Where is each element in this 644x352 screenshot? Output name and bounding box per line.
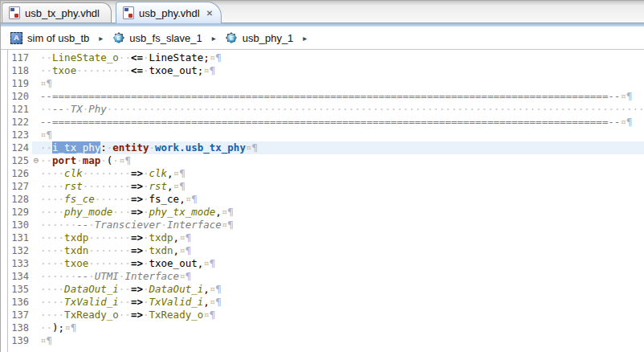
- code-line[interactable]: 130······--·Transciever·Interface¤¶: [8, 219, 644, 231]
- line-number: 125: [8, 154, 32, 167]
- code-line[interactable]: 123¤¶: [8, 129, 644, 141]
- breadcrumb-item-usb-fs-slave-1[interactable]: E usb_fs_slave_1: [109, 31, 205, 46]
- fold-column: [32, 257, 40, 270]
- code-line[interactable]: 129····phy_mode···=>·phy_tx_mode,¤¶: [8, 206, 644, 219]
- code-text[interactable]: --======================================…: [40, 116, 644, 129]
- fold-column: [32, 309, 40, 321]
- annotation-ruler[interactable]: [1, 50, 8, 352]
- breadcrumb-item-sim-of-usb-tb[interactable]: A sim of usb_tb: [7, 31, 92, 46]
- tab-label: usb_tx_phy.vhdl: [25, 7, 100, 19]
- code-line[interactable]: 126····clk········=>·clk,¤¶: [8, 167, 644, 180]
- code-text[interactable]: ··);¤¶: [40, 321, 644, 334]
- line-number: 131: [8, 231, 32, 244]
- line-number: 124: [8, 141, 32, 154]
- code-line[interactable]: 127····rst········=>·rst,¤¶: [8, 180, 644, 193]
- fold-column: [32, 129, 40, 141]
- ide-window: usb_tx_phy.vhdl usb_phy.vhdl ✕ A sim of …: [0, 0, 644, 352]
- code-text[interactable]: ····rst········=>·rst,¤¶: [40, 180, 644, 193]
- code-text[interactable]: ····phy_mode···=>·phy_tx_mode,¤¶: [40, 206, 644, 219]
- code-line[interactable]: 134······--·UTMI·Interface¤¶: [8, 270, 644, 283]
- code-text[interactable]: ····clk········=>·clk,¤¶: [40, 167, 644, 180]
- fold-collapse-icon[interactable]: ⊖: [32, 154, 40, 167]
- fold-column: [32, 103, 40, 116]
- code-line[interactable]: 117··LineState_o··<=·LineState;¤¶: [8, 51, 644, 64]
- code-text[interactable]: ··txoe·········<=·txoe_out;¤¶: [40, 64, 644, 77]
- code-text[interactable]: ¤¶: [40, 129, 644, 141]
- line-number: 135: [8, 283, 32, 296]
- code-line[interactable]: 133····txoe·······=>·txoe_out,¤¶: [8, 257, 644, 270]
- fold-column: [32, 193, 40, 206]
- code-text[interactable]: ··i_tx_phy:·entity·work.usb_tx_phy¤¶: [40, 141, 644, 154]
- code-text[interactable]: ····fs_ce······=>·fs_ce,¤¶: [40, 193, 644, 206]
- code-text[interactable]: --======================================…: [40, 90, 644, 103]
- fold-column: [32, 231, 40, 244]
- code-line[interactable]: 128····fs_ce······=>·fs_ce,¤¶: [8, 193, 644, 206]
- code-line[interactable]: 120--===================================…: [8, 90, 644, 103]
- breadcrumb: A sim of usb_tb ▸ E usb_fs_slave_1 ▸ E u…: [1, 27, 644, 50]
- code-line[interactable]: 119¤¶: [8, 77, 644, 90]
- line-number: 123: [8, 129, 32, 141]
- code-line[interactable]: 118··txoe·········<=·txoe_out;¤¶: [8, 64, 644, 77]
- breadcrumb-label: usb_fs_slave_1: [129, 32, 202, 44]
- code-text[interactable]: ······--·UTMI·Interface¤¶: [40, 270, 644, 283]
- code-text[interactable]: ¤¶: [40, 77, 644, 90]
- line-number: 119: [8, 77, 32, 90]
- breadcrumb-item-usb-phy-1[interactable]: E usb_phy_1: [222, 31, 297, 46]
- code-line[interactable]: 124··i_tx_phy:·entity·work.usb_tx_phy¤¶: [8, 141, 644, 154]
- architecture-icon: A: [10, 32, 22, 44]
- tab-usb-phy[interactable]: usb_phy.vhdl ✕: [116, 2, 222, 23]
- line-number: 138: [8, 321, 32, 334]
- fold-column: [32, 334, 40, 347]
- code-line[interactable]: 125⊖··port·map·(·¤¶: [8, 154, 644, 167]
- code-text[interactable]: ··port·map·(·¤¶: [40, 154, 644, 167]
- fold-column: [32, 167, 40, 180]
- code-line[interactable]: 122--===================================…: [8, 116, 644, 129]
- fold-column: [32, 270, 40, 283]
- code-line[interactable]: 131····txdp·······=>·txdp,¤¶: [8, 231, 644, 244]
- fold-column: [32, 206, 40, 219]
- fold-column: [32, 116, 40, 129]
- breadcrumb-next-arrow-icon[interactable]: ▸: [296, 34, 313, 43]
- code-text[interactable]: ··LineState_o··<=·LineState;¤¶: [40, 51, 644, 64]
- line-number: 117: [8, 51, 32, 64]
- code-text[interactable]: ····txdn·······=>·txdn,¤¶: [40, 244, 644, 257]
- code-line[interactable]: 132····txdn·······=>·txdn,¤¶: [8, 244, 644, 257]
- fold-column: [32, 64, 40, 77]
- code-text[interactable]: ····txoe·······=>·txoe_out,¤¶: [40, 257, 644, 270]
- code-text[interactable]: ······--·Transciever·Interface¤¶: [40, 219, 644, 231]
- line-number: 133: [8, 257, 32, 270]
- code-text[interactable]: ··--·TX·Phy·····························…: [40, 103, 644, 116]
- entity-instance-icon: E: [112, 32, 124, 44]
- code-line[interactable]: 138··);¤¶: [8, 321, 644, 334]
- line-number: 122: [8, 116, 32, 129]
- code-line[interactable]: 121··--·TX·Phy··························…: [8, 103, 644, 116]
- code-line[interactable]: 139¤¶: [8, 334, 644, 347]
- vhdl-file-icon: [123, 6, 134, 19]
- fold-column: [32, 180, 40, 193]
- line-number: 128: [8, 193, 32, 206]
- line-number: 132: [8, 244, 32, 257]
- code-line[interactable]: 137····TxReady_o··=>·TxReady_o¤¶: [8, 309, 644, 321]
- line-number: 137: [8, 309, 32, 321]
- tab-label: usb_phy.vhdl: [139, 7, 200, 19]
- fold-column: [32, 141, 40, 154]
- line-number: 126: [8, 167, 32, 180]
- line-number: 127: [8, 180, 32, 193]
- breadcrumb-separator-icon[interactable]: ▸: [92, 34, 109, 43]
- fold-column: [32, 296, 40, 309]
- fold-column: [32, 244, 40, 257]
- code-text[interactable]: ¤¶: [40, 334, 644, 347]
- editor-tab-bar: usb_tx_phy.vhdl usb_phy.vhdl ✕: [1, 1, 644, 23]
- close-icon[interactable]: ✕: [206, 9, 213, 18]
- breadcrumb-separator-icon[interactable]: ▸: [206, 34, 222, 43]
- code-text[interactable]: ····TxValid_i··=>·TxValid_i,¤¶: [40, 296, 644, 309]
- code-line[interactable]: 135····DataOut_i··=>·DataOut_i,¤¶: [8, 283, 644, 296]
- code-text[interactable]: ····DataOut_i··=>·DataOut_i,¤¶: [40, 283, 644, 296]
- entity-instance-icon: E: [226, 32, 238, 44]
- code-text[interactable]: ····txdp·······=>·txdp,¤¶: [40, 231, 644, 244]
- line-number: 134: [8, 270, 32, 283]
- code-text[interactable]: ····TxReady_o··=>·TxReady_o¤¶: [40, 309, 644, 321]
- code-line[interactable]: 136····TxValid_i··=>·TxValid_i,¤¶: [8, 296, 644, 309]
- tab-usb-tx-phy[interactable]: usb_tx_phy.vhdl: [2, 2, 112, 23]
- code-editor[interactable]: 117··LineState_o··<=·LineState;¤¶118··tx…: [1, 50, 644, 352]
